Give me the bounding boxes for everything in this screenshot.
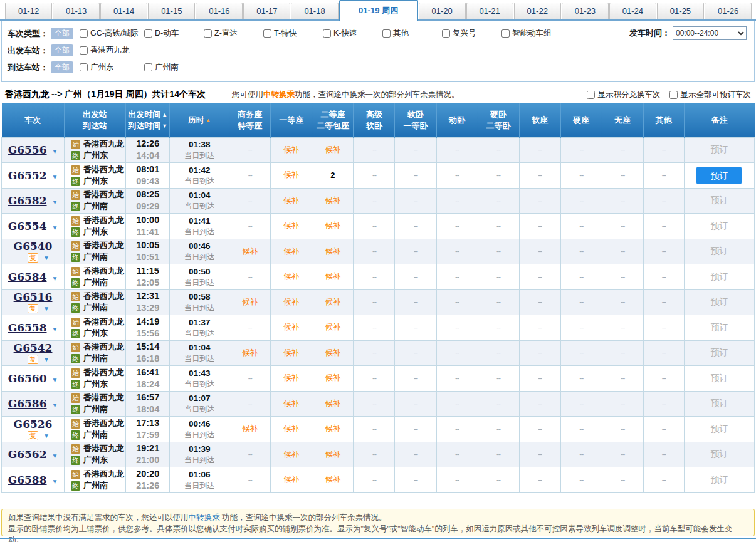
seat-value[interactable]: 候补 xyxy=(283,196,299,205)
seat-value[interactable]: 候补 xyxy=(283,399,299,408)
filter-option[interactable]: K-快速 xyxy=(323,28,382,39)
seat-value[interactable]: 候补 xyxy=(283,450,299,459)
filter-checkbox[interactable] xyxy=(144,63,152,71)
expand-caret-icon[interactable]: ▼ xyxy=(43,254,50,261)
train-link[interactable]: G6588 xyxy=(8,474,47,486)
transfer-link[interactable]: 中转换乘 xyxy=(263,90,295,99)
seat-value[interactable]: 候补 xyxy=(242,348,258,357)
toggle-all-bookable[interactable]: 显示全部可预订车次 xyxy=(669,90,752,100)
expand-caret-icon[interactable]: ▼ xyxy=(43,356,50,363)
filter-checkbox[interactable] xyxy=(80,63,88,71)
filter-checkbox[interactable] xyxy=(382,29,391,38)
col-header[interactable]: 出发站到达站 xyxy=(65,103,126,137)
expand-caret-icon[interactable]: ▼ xyxy=(52,452,58,459)
filter-all-button[interactable]: 全部 xyxy=(51,44,73,56)
col-header[interactable]: 高级软卧 xyxy=(354,103,395,137)
filter-option[interactable]: 香港西九龙 xyxy=(80,45,144,56)
date-tab-01-19[interactable]: 01-19 周四 xyxy=(339,0,418,21)
filter-option[interactable]: 复兴号 xyxy=(442,28,501,39)
filter-checkbox[interactable] xyxy=(144,29,152,38)
train-link[interactable]: G6582 xyxy=(8,194,47,207)
date-tab-01-25[interactable]: 01-25 xyxy=(657,3,704,19)
seat-value[interactable]: 候补 xyxy=(283,323,299,331)
filter-checkbox[interactable] xyxy=(204,29,212,38)
filter-option[interactable]: 其他 xyxy=(382,28,442,39)
seat-value[interactable]: 候补 xyxy=(283,475,299,484)
seat-value[interactable]: 候补 xyxy=(283,373,299,382)
footnote-transfer-link[interactable]: 中转换乘 xyxy=(189,513,220,522)
sort-asc-icon[interactable]: ▲ xyxy=(162,112,167,118)
col-header[interactable]: 车次 xyxy=(2,103,65,137)
filter-all-button[interactable]: 全部 xyxy=(51,61,73,73)
book-button[interactable]: 预订 xyxy=(696,167,742,184)
filter-option[interactable]: Z-直达 xyxy=(204,28,263,39)
train-link[interactable]: G6556 xyxy=(8,143,47,156)
filter-checkbox[interactable] xyxy=(501,29,510,38)
expand-caret-icon[interactable]: ▼ xyxy=(52,377,58,383)
sort-desc-icon[interactable]: ▼ xyxy=(162,123,167,129)
train-link[interactable]: G6584 xyxy=(8,271,47,283)
date-tab-01-17[interactable]: 01-17 xyxy=(243,3,290,19)
seat-value[interactable]: 候补 xyxy=(283,424,299,433)
seat-value[interactable]: 候补 xyxy=(242,298,258,306)
seat-value[interactable]: 候补 xyxy=(325,424,340,433)
expand-caret-icon[interactable]: ▼ xyxy=(52,326,58,333)
train-link[interactable]: G6552 xyxy=(8,169,47,182)
filter-checkbox[interactable] xyxy=(80,46,88,55)
filter-all-button[interactable]: 全部 xyxy=(51,28,73,39)
seat-value[interactable]: 候补 xyxy=(283,298,299,306)
seat-value[interactable]: 候补 xyxy=(325,399,340,408)
date-tab-01-15[interactable]: 01-15 xyxy=(148,3,195,19)
date-tab-01-13[interactable]: 01-13 xyxy=(53,3,100,19)
seat-value[interactable]: 候补 xyxy=(325,373,340,382)
expand-caret-icon[interactable]: ▼ xyxy=(43,432,50,439)
seat-value[interactable]: 候补 xyxy=(325,221,340,230)
col-header[interactable]: 历时▲ xyxy=(170,103,229,137)
seat-value[interactable]: 候补 xyxy=(283,145,299,154)
train-link[interactable]: G6554 xyxy=(8,220,47,232)
date-tab-01-26[interactable]: 01-26 xyxy=(705,3,752,19)
expand-caret-icon[interactable]: ▼ xyxy=(52,478,58,485)
train-link[interactable]: G6560 xyxy=(8,372,47,385)
col-header[interactable]: 无座 xyxy=(602,103,643,137)
filter-option[interactable]: 广州南 xyxy=(144,62,204,73)
filter-checkbox[interactable] xyxy=(80,29,88,38)
points-exchange-checkbox[interactable] xyxy=(587,91,595,99)
filter-checkbox[interactable] xyxy=(442,29,450,38)
col-header[interactable]: 二等座二等包座 xyxy=(312,103,354,137)
filter-option[interactable]: T-特快 xyxy=(263,28,323,39)
depart-time-select[interactable]: 00:00--24:00 xyxy=(673,26,747,40)
seat-value[interactable]: 候补 xyxy=(242,247,258,256)
seat-value[interactable]: 候补 xyxy=(325,272,340,281)
seat-value[interactable]: 候补 xyxy=(325,247,340,256)
expand-caret-icon[interactable]: ▼ xyxy=(52,174,58,180)
sort-asc-icon[interactable]: ▲ xyxy=(206,117,211,123)
col-header[interactable]: 硬卧二等卧 xyxy=(478,103,519,137)
col-header[interactable]: 出发时间▲到达时间▼ xyxy=(126,103,170,137)
seat-value[interactable]: 候补 xyxy=(325,145,340,154)
filter-checkbox[interactable] xyxy=(323,29,331,38)
filter-option[interactable]: GC-高铁/城际 xyxy=(80,28,144,39)
toggle-points-exchange[interactable]: 显示积分兑换车次 xyxy=(587,90,661,100)
train-link[interactable]: G6542 xyxy=(14,341,53,354)
date-tab-01-22[interactable]: 01-22 xyxy=(514,3,561,19)
seat-value[interactable]: 候补 xyxy=(325,323,340,331)
seat-value[interactable]: 候补 xyxy=(325,475,340,484)
date-tab-01-14[interactable]: 01-14 xyxy=(100,3,147,19)
col-header[interactable]: 硬座 xyxy=(560,103,602,137)
date-tab-01-16[interactable]: 01-16 xyxy=(196,3,243,19)
date-tab-01-21[interactable]: 01-21 xyxy=(466,3,513,19)
filter-checkbox[interactable] xyxy=(263,29,271,38)
seat-value[interactable]: 候补 xyxy=(283,221,299,230)
col-header[interactable]: 备注 xyxy=(684,103,754,137)
col-header[interactable]: 其他 xyxy=(643,103,684,137)
filter-option[interactable]: 广州东 xyxy=(80,62,144,73)
seat-value[interactable]: 候补 xyxy=(325,196,340,205)
train-link[interactable]: G6558 xyxy=(8,321,47,334)
filter-option[interactable]: 智能动车组 xyxy=(501,28,561,39)
col-header[interactable]: 软卧一等卧 xyxy=(395,103,436,137)
expand-caret-icon[interactable]: ▼ xyxy=(43,305,50,312)
all-bookable-checkbox[interactable] xyxy=(669,91,678,99)
date-tab-01-23[interactable]: 01-23 xyxy=(562,3,609,19)
filter-option[interactable]: D-动车 xyxy=(144,28,204,39)
